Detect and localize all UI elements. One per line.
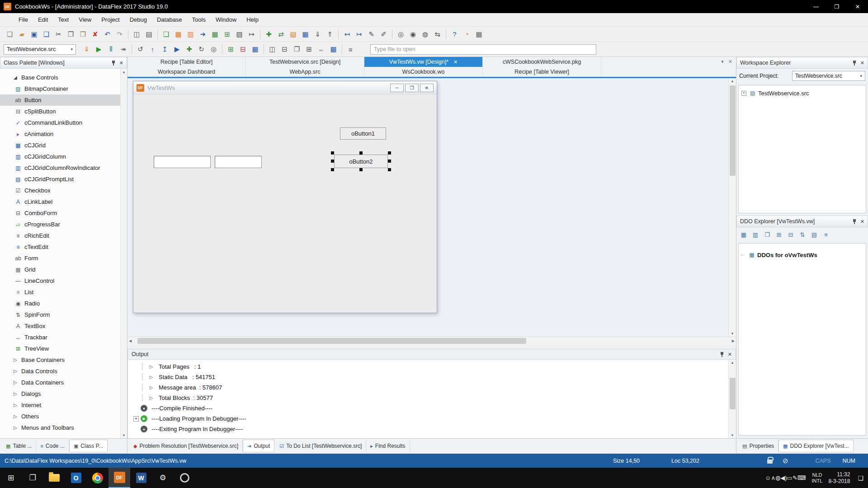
history-icon[interactable]: ◔ bbox=[461, 28, 473, 40]
circle-app-button[interactable] bbox=[174, 468, 195, 488]
menu-item[interactable]: Text bbox=[53, 13, 74, 26]
print-icon[interactable]: ▤ bbox=[143, 28, 155, 40]
palette-row[interactable]: ▸ cAnimation bbox=[0, 128, 120, 140]
tree-expander-icon[interactable]: + bbox=[741, 91, 746, 96]
menu-item[interactable]: Tools bbox=[187, 13, 211, 26]
touch-keyboard-icon[interactable]: ⌨ bbox=[797, 474, 806, 481]
selection-handle[interactable] bbox=[388, 151, 391, 155]
palette-row[interactable]: ▷ Data Containers bbox=[0, 377, 120, 388]
ddo-columns-icon[interactable]: ▥ bbox=[750, 229, 761, 240]
designer-form[interactable]: DF VwTestWs ─ ❐ ✕ oButton1 oButton2 bbox=[133, 81, 437, 313]
obutton2[interactable]: oButton2 bbox=[334, 155, 388, 168]
palette-row[interactable]: ≡ List bbox=[0, 286, 120, 298]
menu-item[interactable]: Project bbox=[96, 13, 124, 26]
chrome-button[interactable] bbox=[87, 468, 108, 488]
menu-item[interactable]: Debug bbox=[125, 13, 152, 26]
run-icon[interactable]: ▶ bbox=[93, 43, 105, 55]
scroll-up-icon[interactable]: ▲ bbox=[731, 361, 734, 365]
tab-find-results[interactable]: ▸ Find Results bbox=[366, 440, 410, 452]
tree-expander-icon[interactable]: + bbox=[133, 416, 139, 422]
palette-row[interactable]: ▷ Others bbox=[0, 411, 120, 422]
palette-row[interactable]: ▷ Data Controls bbox=[0, 366, 120, 377]
scroll-thumb[interactable] bbox=[137, 338, 526, 344]
palette-row[interactable]: ▷ Internet bbox=[0, 399, 120, 411]
clock[interactable]: 11:32 8-3-2018 bbox=[828, 471, 850, 485]
tab-list-chevron-icon[interactable]: ▾ bbox=[721, 59, 724, 65]
schedule-icon[interactable]: ▤ bbox=[287, 28, 299, 40]
outlook-button[interactable]: O bbox=[65, 468, 87, 488]
palette-row[interactable]: ▷ Base Containers bbox=[0, 354, 120, 366]
find-in-files-icon[interactable]: ◍ bbox=[419, 28, 431, 40]
selection-handle[interactable] bbox=[388, 168, 391, 171]
close-button[interactable]: ✕ bbox=[847, 0, 868, 13]
grid-add-icon[interactable]: ⊞ bbox=[225, 43, 237, 55]
undo-checkout-icon[interactable]: ↺ bbox=[134, 43, 146, 55]
menu-item[interactable]: View bbox=[74, 13, 96, 26]
palette-row[interactable]: A cLinkLabel bbox=[0, 196, 120, 207]
tree-expander-icon[interactable] bbox=[132, 363, 139, 370]
selection-handle[interactable] bbox=[331, 160, 334, 163]
tree-item-project[interactable]: + ▤ TestWebservice.src bbox=[741, 88, 864, 98]
scroll-left-icon[interactable]: ◀ bbox=[129, 339, 132, 343]
palette-row[interactable]: ☑ Checkbox bbox=[0, 185, 120, 196]
tree-item-ddos[interactable]: ┄ ▦ DDOs for oVwTestWs bbox=[741, 250, 864, 260]
output-line[interactable]: + ▶ ----Loading Program In Debugger---- bbox=[132, 413, 736, 424]
menu-item[interactable]: Help bbox=[241, 13, 264, 26]
selection-handle[interactable] bbox=[331, 151, 334, 155]
studio-view-icon[interactable]: ▥ bbox=[184, 28, 197, 40]
close-icon[interactable]: ✕ bbox=[860, 60, 864, 66]
obutton1[interactable]: oButton1 bbox=[340, 127, 386, 140]
tree-arrow-icon[interactable]: ▷ bbox=[14, 391, 21, 396]
copy-icon[interactable]: ❐ bbox=[65, 28, 77, 40]
pin-icon[interactable] bbox=[852, 219, 857, 225]
pin-icon[interactable] bbox=[111, 60, 116, 66]
palette-row[interactable]: ▷ Menus and Toolbars bbox=[0, 422, 120, 433]
grid-remove-icon[interactable]: ⊟ bbox=[237, 43, 249, 55]
table-list-icon[interactable]: ▦ bbox=[473, 28, 485, 40]
palette-row[interactable]: ▨ BitmapContainer bbox=[0, 83, 120, 94]
scroll-down-icon[interactable]: ▼ bbox=[731, 332, 734, 336]
ddo-list-icon[interactable]: ≡ bbox=[821, 229, 831, 240]
open-icon[interactable]: ▰ bbox=[16, 28, 28, 40]
scroll-right-icon[interactable]: ▶ bbox=[732, 339, 735, 343]
selection-handle[interactable] bbox=[388, 160, 391, 163]
pin-icon[interactable] bbox=[852, 60, 857, 66]
selection-handle[interactable] bbox=[359, 168, 363, 171]
palette-row[interactable]: ✓ cCommandLinkButton bbox=[0, 117, 120, 128]
grid-edit-icon[interactable]: ▦ bbox=[249, 43, 261, 55]
design-surface[interactable]: DF VwTestWs ─ ❐ ✕ oButton1 oButton2 bbox=[127, 78, 736, 337]
chevron-down-icon[interactable]: ▾ bbox=[860, 74, 862, 78]
tree-arrow-icon[interactable]: ▷ bbox=[14, 380, 21, 385]
check-in-icon[interactable]: ↥ bbox=[159, 43, 171, 55]
table-editor-icon[interactable]: ▦ bbox=[209, 28, 221, 40]
indent-icon[interactable]: ↦ bbox=[353, 28, 365, 40]
tab-todo-list[interactable]: ☑ To Do List [TestWebservice.src] bbox=[275, 440, 366, 452]
close-icon[interactable]: ✕ bbox=[119, 60, 123, 66]
add-component-icon[interactable]: ✚ bbox=[183, 43, 195, 55]
tree-expander-icon[interactable] bbox=[132, 426, 139, 432]
document-tab[interactable]: WebApp.src bbox=[246, 67, 364, 77]
tree-expander-icon[interactable] bbox=[132, 384, 139, 391]
palette-row[interactable]: ▤ cCJGridPromptList bbox=[0, 174, 120, 185]
menu-item[interactable]: File bbox=[14, 13, 33, 26]
ddo-properties-icon[interactable]: ▤ bbox=[809, 229, 820, 240]
output-line[interactable]: ┆ ▷ Message area : 578607 bbox=[132, 382, 736, 393]
document-tab[interactable]: Recipe [Table Editor] bbox=[127, 57, 246, 67]
table-viewer-icon[interactable]: ▦ bbox=[327, 43, 340, 55]
palette-row[interactable]: ≡ cRichEdit bbox=[0, 230, 120, 241]
ddo-sort-icon[interactable]: ⇅ bbox=[797, 229, 808, 240]
form-field-1[interactable] bbox=[154, 156, 211, 168]
palette-row[interactable]: ▱ cProgressBar bbox=[0, 219, 120, 230]
tree-arrow-icon[interactable]: ▷ bbox=[14, 425, 21, 430]
selection-handle[interactable] bbox=[359, 151, 363, 155]
palette-row[interactable]: ⇅ SpinForm bbox=[0, 309, 120, 320]
output-line[interactable]: ■ ----Exiting Program In Debugger---- bbox=[132, 424, 736, 434]
ddo-collapse-all-icon[interactable]: ⊟ bbox=[785, 229, 796, 240]
get-latest-icon[interactable]: ↑ bbox=[146, 43, 159, 55]
redo-icon[interactable]: ↷ bbox=[113, 28, 126, 40]
volume-icon[interactable]: ◀) bbox=[780, 474, 787, 481]
tab-table-explorer[interactable]: ▦ Table ... bbox=[2, 440, 36, 452]
find-icon[interactable]: ◎ bbox=[395, 28, 407, 40]
export-table-icon[interactable]: ↦ bbox=[245, 28, 258, 40]
network-icon[interactable]: ◍ bbox=[775, 474, 780, 481]
